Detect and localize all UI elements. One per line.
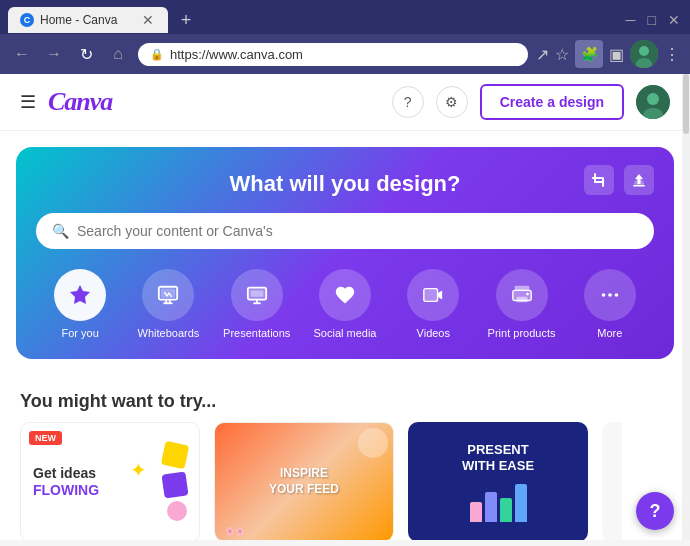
search-icon: 🔍 (52, 223, 69, 239)
purple-shape (161, 471, 188, 498)
card-inspire[interactable]: INSPIREYOUR FEED 🌸🌸 (214, 422, 394, 540)
print-products-label: Print products (488, 327, 556, 339)
svg-point-27 (608, 293, 612, 297)
upload-icon[interactable] (624, 165, 654, 195)
card-2-title: INSPIREYOUR FEED (269, 466, 339, 497)
svg-marker-21 (438, 290, 443, 299)
lock-icon: 🔒 (150, 48, 164, 61)
browser-actions: ↗ ☆ 🧩 ▣ ⋮ (536, 40, 680, 68)
card-ideas[interactable]: NEW Get ideasFLOWING ✦ (20, 422, 200, 540)
url-bar[interactable]: 🔒 https://www.canva.com (138, 43, 528, 66)
presentations-icon (231, 269, 283, 321)
bar-4 (515, 484, 527, 522)
help-fab[interactable]: ? (636, 492, 674, 530)
print-products-icon (496, 269, 548, 321)
more-label: More (597, 327, 622, 339)
extensions-button[interactable]: 🧩 (575, 40, 603, 68)
more-icon (584, 269, 636, 321)
header-actions: ? ⚙ Create a design (392, 84, 670, 120)
bar-3 (500, 498, 512, 522)
browser-profile[interactable] (630, 40, 658, 68)
card-present[interactable]: PRESENTWITH EASE (408, 422, 588, 540)
svg-rect-12 (161, 289, 176, 298)
svg-point-28 (614, 293, 618, 297)
active-tab[interactable]: C Home - Canva ✕ (8, 7, 168, 33)
section-title: You might want to try... (0, 375, 690, 422)
category-whiteboards[interactable]: Whiteboards (133, 269, 203, 339)
page-scrollbar[interactable] (682, 74, 690, 540)
social-media-label: Social media (313, 327, 376, 339)
bar-1 (470, 502, 482, 522)
scrollbar-thumb[interactable] (683, 74, 689, 134)
yellow-shape (161, 441, 189, 469)
sidebar-icon[interactable]: ▣ (609, 45, 624, 64)
card-2-bg: INSPIREYOUR FEED 🌸🌸 (215, 423, 393, 540)
svg-rect-20 (424, 289, 438, 302)
category-videos[interactable]: Videos (398, 269, 468, 339)
category-social-media[interactable]: Social media (310, 269, 380, 339)
card-3-content: PRESENTWITH EASE (408, 422, 588, 540)
create-design-button[interactable]: Create a design (480, 84, 624, 120)
share-icon[interactable]: ↗ (536, 45, 549, 64)
videos-icon (407, 269, 459, 321)
category-bar: For you Whiteboards (36, 269, 654, 339)
svg-point-26 (602, 293, 606, 297)
svg-point-1 (639, 46, 649, 56)
star-decoration: ✦ (130, 458, 147, 482)
hero-title: What will you design? (36, 171, 654, 197)
tab-close-button[interactable]: ✕ (140, 12, 156, 28)
for-you-icon (54, 269, 106, 321)
crop-icon[interactable] (584, 165, 614, 195)
svg-point-4 (647, 93, 659, 105)
card-2-decoration (358, 428, 388, 458)
presentations-label: Presentations (223, 327, 290, 339)
minimize-button[interactable]: ─ (624, 10, 638, 30)
settings-button[interactable]: ⚙ (436, 86, 468, 118)
card-row: NEW Get ideasFLOWING ✦ INSPIREYOUR (0, 422, 690, 540)
svg-rect-19 (250, 290, 263, 296)
for-you-label: For you (61, 327, 98, 339)
hero-toolbar (584, 165, 654, 195)
whiteboards-icon (142, 269, 194, 321)
category-print-products[interactable]: Print products (487, 269, 557, 339)
close-window-button[interactable]: ✕ (666, 10, 682, 30)
browser-window: C Home - Canva ✕ + ─ □ ✕ ← → ↻ ⌂ 🔒 https… (0, 0, 690, 74)
whiteboards-label: Whiteboards (138, 327, 200, 339)
back-button[interactable]: ← (10, 42, 34, 66)
search-input[interactable] (77, 223, 638, 239)
canva-logo: Canva (48, 87, 112, 117)
svg-point-25 (526, 293, 529, 296)
new-badge: NEW (29, 431, 62, 445)
user-avatar[interactable] (636, 85, 670, 119)
category-for-you[interactable]: For you (45, 269, 115, 339)
card-1-shapes (163, 443, 187, 521)
page-content: ☰ Canva ? ⚙ Create a design (0, 74, 690, 540)
search-bar[interactable]: 🔍 (36, 213, 654, 249)
pink-circle (167, 501, 187, 521)
videos-label: Videos (417, 327, 450, 339)
card-2-content: INSPIREYOUR FEED (269, 466, 339, 497)
restore-button[interactable]: □ (646, 10, 658, 30)
hero-section: What will you design? 🔍 For you (16, 147, 674, 359)
card-2-flowers: 🌸🌸 (225, 527, 245, 536)
menu-button[interactable]: ☰ (20, 91, 36, 113)
bookmark-icon[interactable]: ☆ (555, 45, 569, 64)
home-button[interactable]: ⌂ (106, 42, 130, 66)
svg-rect-22 (514, 286, 529, 291)
category-more[interactable]: More (575, 269, 645, 339)
social-media-icon (319, 269, 371, 321)
reload-button[interactable]: ↻ (74, 42, 98, 66)
tab-title: Home - Canva (40, 13, 134, 27)
menu-icon[interactable]: ⋮ (664, 45, 680, 64)
help-button[interactable]: ? (392, 86, 424, 118)
category-presentations[interactable]: Presentations (222, 269, 292, 339)
svg-rect-9 (592, 177, 602, 179)
svg-rect-8 (602, 177, 604, 187)
new-tab-button[interactable]: + (172, 6, 200, 34)
tab-bar: C Home - Canva ✕ + ─ □ ✕ (0, 0, 690, 34)
url-text: https://www.canva.com (170, 47, 516, 62)
card-partial (602, 422, 622, 540)
address-bar: ← → ↻ ⌂ 🔒 https://www.canva.com ↗ ☆ 🧩 ▣ … (0, 34, 690, 74)
card-3-title: PRESENTWITH EASE (462, 442, 534, 473)
forward-button[interactable]: → (42, 42, 66, 66)
